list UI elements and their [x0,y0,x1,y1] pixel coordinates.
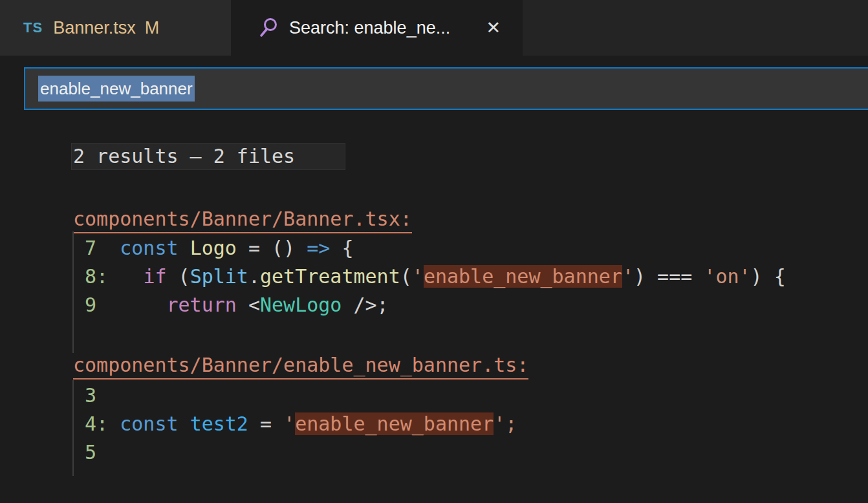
typescript-icon: TS [23,19,43,36]
code-line[interactable]: 4: const test2 = 'enable_new_banner'; [73,410,517,438]
line-number: 8: [73,265,143,288]
code-token: getTreatment [260,265,400,288]
code-line[interactable]: 5 [73,438,517,467]
code-token: 'on' [704,265,750,288]
line-number: 7 [73,237,120,259]
code-token: test2 [190,412,260,435]
close-icon[interactable]: ✕ [486,19,501,37]
code-line[interactable]: 9 return <NewLogo />; [73,291,786,319]
modified-badge: M [145,18,160,38]
code-token: { [342,237,353,259]
line-number: 9 [73,294,167,316]
code-token: return [167,294,248,316]
code-token: . [248,265,260,288]
code-token: ( [179,265,190,288]
match-highlight: enable_new_banner [295,412,494,435]
line-number: 4: [73,412,120,435]
tab-bar: TS Banner.tsx M Search: enable_ne... ✕ [0,0,868,56]
code-token: ' [412,265,424,288]
code-token: < [248,294,260,316]
line-number: 3 [73,384,96,407]
code-token: === [657,265,704,288]
search-query-input[interactable]: enable_new_banner [24,67,868,110]
code-token: = [260,412,283,435]
file-path-heading[interactable]: components/Banner/Banner.tsx: [73,208,412,233]
search-icon [258,17,279,39]
code-line[interactable]: 8: if (Split.getTreatment('enable_new_ba… [73,262,786,291]
code-token: NewLogo [260,294,342,316]
selected-query-text: enable_new_banner [38,76,195,102]
match-highlight: enable_new_banner [424,265,622,288]
tab-search-editor[interactable]: Search: enable_ne... ✕ [231,0,523,56]
code-token: />; [342,294,388,316]
code-token: '; [494,412,517,435]
tab-label: Banner.tsx [53,18,136,38]
tab-label: Search: enable_ne... [289,18,450,38]
tab-banner-tsx[interactable]: TS Banner.tsx M [0,0,231,56]
code-line[interactable]: 3 [73,381,517,410]
file-path-heading[interactable]: components/Banner/enable_new_banner.ts: [73,354,528,380]
code-token: ( [400,265,412,288]
line-number: 5 [73,441,96,464]
code-token: ) [634,265,657,288]
code-token: ) { [751,265,786,288]
result-code-block: 7 const Logo = () => { 8: if (Split.getT… [73,234,786,319]
code-token: if [143,265,178,288]
result-code-block: 3 4: const test2 = 'enable_new_banner'; … [73,381,517,467]
code-token: = () [248,237,307,259]
results-summary: 2 results — 2 files [73,142,295,171]
code-line[interactable]: 7 const Logo = () => { [73,234,786,262]
code-token: const [120,412,190,435]
code-token: Split [190,265,248,288]
code-token: ' [622,265,634,288]
code-token: const [120,237,190,259]
code-token: ' [283,412,295,435]
code-token: Logo [190,237,248,259]
search-editor-window: TS Banner.tsx M Search: enable_ne... ✕ e… [0,0,868,503]
code-token: => [307,237,342,259]
